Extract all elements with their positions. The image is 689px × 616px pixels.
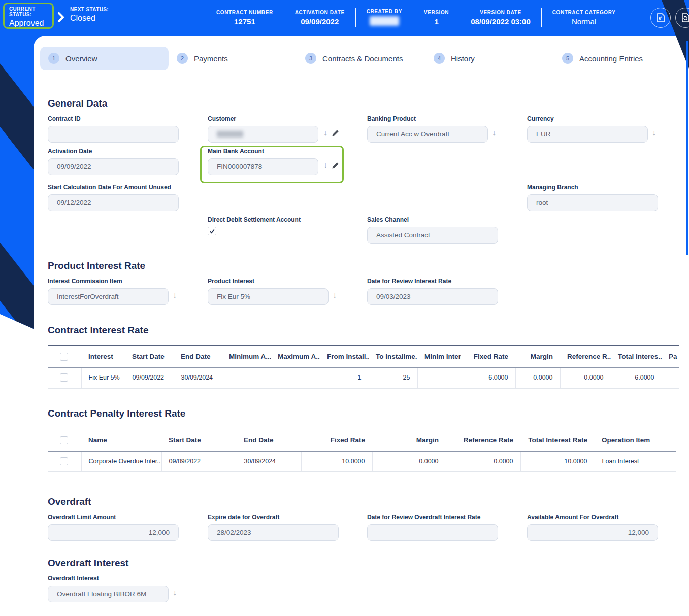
ribbon-decoration [0, 243, 34, 329]
direct-debit-field: Direct Debit Settlement Account [208, 216, 339, 235]
cell-reference-rate: 0.0000 [446, 452, 520, 472]
banking-product-select[interactable]: Current Acc w Overdraft [367, 126, 488, 143]
currency-select[interactable]: EUR [527, 126, 648, 143]
overdraft-review-date-input[interactable] [367, 524, 498, 541]
overdraft-interest-select[interactable]: Overdraft Floating BIBOR 6M [48, 586, 169, 602]
customer-input[interactable] [208, 126, 318, 143]
product-interest-select[interactable]: Fix Eur 5% [208, 288, 329, 305]
col-from-installment: From Install... [320, 346, 369, 368]
cell-fixed-rate: 6.0000 [461, 368, 515, 388]
overdraft-available-label: Available Amount For Overdraft [527, 514, 658, 521]
tab-overview[interactable]: 1 Overview [40, 47, 169, 70]
row-checkbox[interactable] [60, 373, 68, 382]
table-row[interactable]: Corporate Overdue Inter... 09/09/2022 30… [48, 452, 676, 472]
sales-channel-value: Assisted Contract [376, 231, 430, 239]
col-end-date: End Date [174, 346, 222, 368]
contract-id-field: Contract ID [48, 115, 179, 143]
tab-label: Accounting Entries [579, 54, 643, 63]
edit-pencil-icon[interactable] [332, 129, 339, 137]
cell-end-date: 30/09/2024 [237, 452, 301, 472]
col-minim-interest: Minim Inter... [417, 346, 461, 368]
currency-value: EUR [536, 130, 551, 138]
general-data-title: General Data [48, 98, 107, 109]
activation-date-input[interactable]: 09/09/2022 [48, 158, 179, 175]
col-fixed-rate: Fixed Rate [461, 346, 515, 368]
contract-number-value: 12751 [216, 17, 273, 26]
cell-total-interest-rate: 10.0000 [520, 452, 595, 472]
date-review-interest-input[interactable]: 09/03/2023 [367, 288, 498, 305]
main-bank-account-label: Main Bank Account [208, 148, 318, 155]
overdraft-limit-input[interactable]: 12,000 [48, 524, 179, 541]
created-by-value-redacted [370, 16, 399, 26]
cell-start-date: 09/09/2022 [161, 452, 237, 472]
contract-number: CONTRACT NUMBER 12751 [206, 10, 284, 26]
start-calc-date-input[interactable]: 09/12/2022 [48, 194, 179, 211]
version-date: VERSION DATE 08/09/2022 03:00 [460, 10, 541, 26]
created-by: CREATED BY [356, 9, 413, 27]
overdraft-expire-input[interactable]: 28/02/2023 [208, 524, 339, 541]
dropdown-arrow-icon[interactable]: ↓ [652, 129, 656, 137]
col-end-date: End Date [237, 429, 301, 452]
table-row[interactable]: Fix Eur 5% 09/09/2022 30/09/2024 1 25 6.… [48, 368, 679, 388]
contract-id-label: Contract ID [48, 115, 179, 122]
cell-total-interest: 6.0000 [611, 368, 662, 388]
interest-commission-item-select[interactable]: InterestForOverdraft [48, 288, 169, 305]
col-margin: Margin [372, 429, 446, 452]
overdraft-available-input[interactable]: 12,000 [527, 524, 658, 541]
table-header-row: Interest Start Date End Date Minimum A..… [48, 346, 679, 368]
version-label: VERSION [424, 10, 449, 15]
export-document-button[interactable] [650, 8, 671, 28]
direct-debit-checkbox[interactable] [208, 227, 216, 235]
tab-number-badge: 2 [177, 53, 188, 64]
col-start-date: Start Date [125, 346, 174, 368]
row-checkbox[interactable] [60, 457, 68, 465]
sales-channel-field: Sales Channel Assisted Contract [367, 216, 498, 244]
col-reference-rate: Reference Rate [446, 429, 520, 452]
product-interest-rate-title: Product Interest Rate [48, 260, 145, 271]
overdraft-limit-field: Overdraft Limit Amount 12,000 [48, 514, 179, 541]
overdraft-limit-value: 12,000 [149, 529, 170, 536]
date-review-interest-label: Date for Review Interest Rate [367, 278, 498, 285]
created-by-label: CREATED BY [367, 9, 402, 14]
dropdown-arrow-icon[interactable]: ↓ [173, 291, 177, 299]
direct-debit-label: Direct Debit Settlement Account [208, 216, 339, 223]
select-all-checkbox[interactable] [60, 353, 68, 361]
tab-accounting-entries[interactable]: 5 Accounting Entries [554, 47, 682, 70]
dropdown-arrow-icon[interactable]: ↓ [323, 129, 327, 137]
tab-contracts-documents[interactable]: 3 Contracts & Documents [297, 47, 425, 70]
check-icon [209, 228, 215, 234]
cell-minim-interest [417, 368, 461, 388]
start-calc-date-label: Start Calculation Date For Amount Unused [48, 184, 179, 191]
current-status-value: Approved [9, 19, 48, 28]
tab-payments[interactable]: 2 Payments [169, 47, 297, 70]
chevron-right-icon [57, 12, 64, 24]
main-bank-account-value: FIN000007878 [217, 163, 262, 170]
dropdown-arrow-icon[interactable]: ↓ [173, 589, 177, 597]
activation-date: ACTIVATION DATE 09/09/2022 [284, 10, 355, 26]
select-all-checkbox[interactable] [60, 436, 68, 444]
contract-category: CONTRACT CATEGORY Normal [542, 10, 627, 26]
col-minimum-amount: Minimum A... [222, 346, 271, 368]
cell-interest: Fix Eur 5% [81, 368, 125, 388]
contract-category-label: CONTRACT CATEGORY [552, 10, 616, 15]
edit-pencil-icon[interactable] [332, 162, 339, 169]
tab-number-badge: 5 [562, 53, 573, 64]
dropdown-arrow-icon[interactable]: ↓ [323, 161, 327, 169]
main-bank-account-input[interactable]: FIN000007878 [208, 158, 318, 175]
overdraft-review-date-field: Date for Review Overdraft Interest Rate [367, 514, 498, 541]
dropdown-arrow-icon[interactable]: ↓ [333, 291, 337, 299]
sales-channel-input[interactable]: Assisted Contract [367, 227, 498, 244]
cell-operation-item: Loan Interest [595, 452, 676, 472]
date-review-interest-value: 09/03/2023 [376, 293, 411, 300]
dropdown-arrow-icon[interactable]: ↓ [492, 129, 496, 137]
current-status-label: CURRENT STATUS: [9, 6, 48, 17]
ribbon-decoration [0, 63, 34, 169]
tab-history[interactable]: 4 History [425, 47, 554, 70]
managing-branch-input[interactable]: root [527, 194, 658, 211]
cell-to-installment: 25 [369, 368, 417, 388]
vertical-scrollbar[interactable] [686, 41, 688, 255]
col-reference-rate: Reference R... [560, 346, 611, 368]
contract-id-input[interactable] [48, 126, 179, 143]
interest-commission-item-label: Interest Commission Item [48, 278, 169, 285]
interest-commission-item-value: InterestForOverdraft [57, 293, 119, 300]
